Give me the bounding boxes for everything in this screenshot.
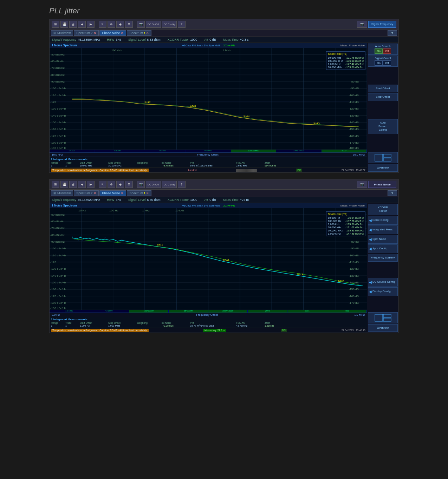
x-axis-2: 3.0 Hz Frequency Offset 1.0 MHz: [50, 313, 367, 317]
svg-text:-70 dBc/Hz: -70 dBc/Hz: [50, 67, 65, 70]
tb2-help-btn[interactable]: ?: [178, 181, 186, 188]
tb2-dc-config-btn[interactable]: DC Config: [162, 181, 177, 188]
tab-multiview-2[interactable]: ⊞ MultiView: [51, 190, 73, 196]
tb2-zoom-btn[interactable]: ⊕: [108, 181, 115, 188]
overview-icon-btn-2[interactable]: [368, 312, 398, 323]
tb-config-btn[interactable]: ⚙: [125, 21, 133, 28]
tab-dropdown-1[interactable]: ▼: [388, 30, 397, 36]
tb-win-btn[interactable]: ⊞: [52, 21, 59, 28]
signal-count-on[interactable]: On: [375, 60, 383, 66]
tab-phase-noise-2[interactable]: Phase Noise ✕: [99, 190, 126, 196]
status-bar-2: Temperature deviation from self alignmen…: [50, 328, 367, 333]
svg-text:-100 dBc/Hz: -100 dBc/Hz: [50, 247, 66, 250]
int-meas-grid-1: Range Trace Start Offset Stop Offset Wei…: [51, 162, 365, 167]
right-panel-1: Auto Search On Off Signal Count On Off S…: [367, 43, 398, 172]
svg-text:1 MHz: 1 MHz: [223, 49, 231, 52]
spectrum-svg-1: -50 dBc/Hz -60 dBc/Hz -70 dBc/Hz -80 dBc…: [50, 48, 367, 150]
overview-btn-1[interactable]: Overview: [368, 164, 398, 172]
tb2-save-btn[interactable]: 💾: [60, 181, 68, 188]
auto-search-group: Auto Search On Off: [368, 44, 398, 55]
tb2-back-btn[interactable]: ◀: [78, 181, 86, 188]
tb2-print-btn[interactable]: 🖨: [69, 181, 77, 188]
svg-text:SN4: SN4: [338, 279, 344, 282]
tb-camera-btn[interactable]: 📷: [357, 21, 367, 28]
tb2-win-btn[interactable]: ⊞: [52, 181, 59, 188]
overview-icon-1: [374, 153, 392, 162]
svg-rect-124: [383, 318, 391, 321]
svg-text:-90 dBc/Hz: -90 dBc/Hz: [50, 80, 65, 83]
svg-text:-100 dB: -100 dB: [349, 94, 359, 97]
xcorr-factor-btn[interactable]: XCORR Factor: [368, 204, 398, 215]
freq-bar-1: 0/1000 0/1000 0/3300 0/10000 1095/10000 …: [50, 150, 367, 152]
svg-text:-170 dB: -170 dB: [349, 302, 359, 304]
tb-help-btn[interactable]: ?: [178, 21, 186, 28]
tb-dc-config-btn[interactable]: DC Config: [162, 21, 177, 28]
tb2-dc-on-btn[interactable]: DC On/Off: [146, 181, 161, 188]
auto-search-config-btn-1[interactable]: Auto Search Config: [368, 119, 398, 134]
svg-text:-80 dB: -80 dB: [350, 80, 359, 83]
dc-source-btn[interactable]: ◀ DC Source Config: [368, 278, 398, 287]
tb-screen-btn[interactable]: 📷: [137, 21, 145, 28]
svg-text:-160 dB: -160 dB: [349, 295, 359, 298]
spot-noise-btn[interactable]: ◀ Spot Noise: [368, 235, 398, 244]
svg-text:-170 dB: -170 dB: [349, 142, 359, 144]
tb2-marker-btn[interactable]: ◆: [116, 181, 124, 188]
svg-text:-190 dBc/Hz: -190 dBc/Hz: [50, 307, 66, 310]
info-bar-2: Signal Frequency 45.158529 MHz RBW 3 % S…: [50, 197, 398, 203]
tb-marker-btn[interactable]: ◆: [116, 21, 124, 28]
integrated-meas-btn[interactable]: ◀ Integrated Meas: [368, 225, 398, 234]
tb-freq-btn[interactable]: Signal Frequency: [368, 21, 396, 28]
tab-multiview-1[interactable]: ⊞ MultiView: [51, 30, 73, 36]
tb2-fwd-btn[interactable]: ▶: [87, 181, 95, 188]
auto-search-on[interactable]: On: [375, 48, 383, 54]
instrument-panel-2: ⊞ 💾 🖨 ◀ ▶ ↖ ⊕ ◆ ⚙ 📷 DC On/Off DC Config …: [49, 179, 399, 333]
signal-count-off[interactable]: Off: [383, 60, 391, 66]
chart-header-2: 1 Noise Spectrum ●1Clrw PN Smth 1% Spur …: [50, 203, 367, 208]
tb-save-btn[interactable]: 💾: [60, 21, 68, 28]
display-config-btn[interactable]: ◀ Display Config: [368, 287, 398, 296]
tb-back-btn[interactable]: ◀: [78, 21, 86, 28]
stop-offset-btn-1[interactable]: Stop Offset: [368, 93, 398, 101]
overview-btn-2[interactable]: Overview: [368, 324, 398, 332]
svg-text:-50 dBc/Hz: -50 dBc/Hz: [50, 214, 65, 216]
noise-config-btn[interactable]: ◀ Noise Config: [368, 216, 398, 225]
svg-text:-100 dB: -100 dB: [349, 254, 359, 257]
overview-icon-btn-1[interactable]: [368, 152, 398, 163]
tb2-screen-btn[interactable]: 📷: [137, 181, 145, 188]
svg-text:-60 dBc/Hz: -60 dBc/Hz: [50, 220, 65, 223]
svg-text:-140 dB: -140 dB: [349, 121, 359, 124]
svg-text:-190 dBc/Hz: -190 dBc/Hz: [50, 147, 66, 150]
tb-fwd-btn[interactable]: ▶: [87, 21, 95, 28]
tab-phase-noise-1[interactable]: Phase Noise ✕: [99, 30, 126, 36]
svg-text:-170 dBc/Hz: -170 dBc/Hz: [50, 135, 66, 138]
freq-stability-btn[interactable]: Frequency Stability: [368, 254, 398, 262]
int-meas-grid-2: Range Trace Start Offset Stop Offset Wei…: [51, 322, 365, 327]
start-offset-btn-1[interactable]: Start Offset: [368, 85, 398, 92]
tab-dropdown-2[interactable]: ▼: [388, 190, 397, 196]
svg-text:-150 dBc/Hz: -150 dBc/Hz: [50, 281, 66, 284]
tab-spectrum2-1[interactable]: Spectrum 2 ✕: [74, 30, 99, 36]
tb2-camera-btn[interactable]: 📷: [357, 181, 367, 188]
tb2-config-btn[interactable]: ⚙: [125, 181, 133, 188]
tab-spectrum-2[interactable]: Spectrum ! ✕: [127, 190, 151, 196]
svg-text:-140 dBc/Hz: -140 dBc/Hz: [50, 114, 66, 117]
tb2-phase-noise-btn[interactable]: Phase Noise: [368, 181, 396, 188]
svg-text:100 kHz: 100 kHz: [111, 49, 122, 52]
svg-text:-130 dBc/Hz: -130 dBc/Hz: [50, 107, 66, 110]
tb-zoom-btn[interactable]: ⊕: [108, 21, 115, 28]
svg-rect-62: [383, 154, 391, 157]
svg-text:10 Hz: 10 Hz: [78, 209, 86, 212]
tb-cursor-btn[interactable]: ↖: [99, 21, 106, 28]
svg-text:-180 dBc/Hz: -180 dBc/Hz: [50, 302, 66, 304]
tb-print-btn[interactable]: 🖨: [69, 21, 77, 28]
spur-config-btn[interactable]: ◀ Spur Config: [368, 244, 398, 253]
chart-area-1: 1 Noise Spectrum ●1Clrw PN Smth 1% Spur …: [50, 43, 367, 172]
info-bar-1: Signal Frequency 45.158504 MHz RBW 3 % S…: [50, 37, 398, 43]
freq-bar-2: 13/1000 47/1000 153/10000 364/3000 1567/…: [50, 310, 367, 313]
tb2-cursor-btn[interactable]: ↖: [99, 181, 106, 188]
tb-dc-on-btn[interactable]: DC On/Off: [146, 21, 161, 28]
tab-spectrum-1[interactable]: Spectrum ! ✕: [127, 30, 151, 36]
auto-search-off[interactable]: Off: [383, 48, 391, 54]
tab-spectrum2-2[interactable]: Spectrum 2 ✕: [74, 190, 99, 196]
int-meas-1: 2 Integrated Measurements Range Trace St…: [50, 157, 367, 168]
